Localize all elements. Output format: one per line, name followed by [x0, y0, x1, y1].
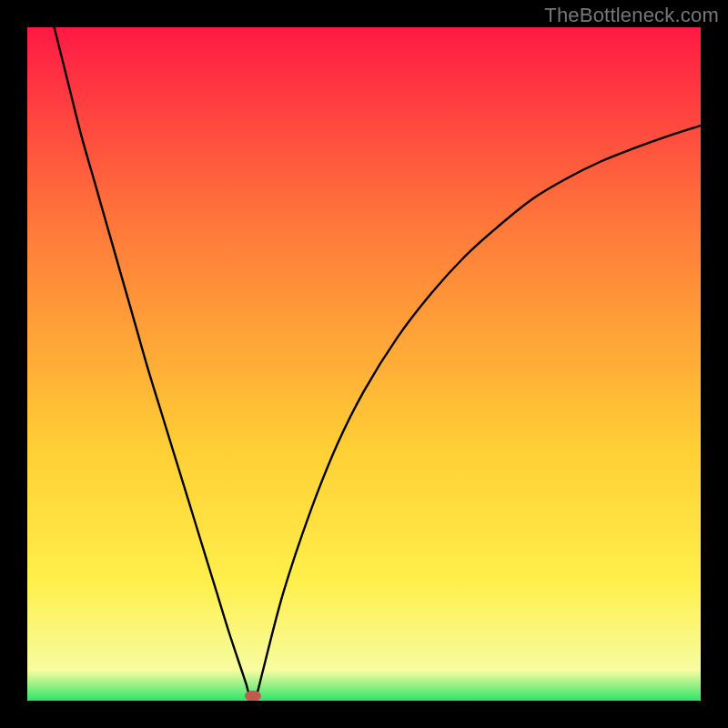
chart-svg — [27, 27, 701, 701]
gradient-bg — [27, 27, 701, 701]
watermark-text: TheBottleneck.com — [544, 4, 719, 27]
chart-frame: TheBottleneck.com — [0, 0, 728, 728]
plot-area — [27, 27, 701, 701]
